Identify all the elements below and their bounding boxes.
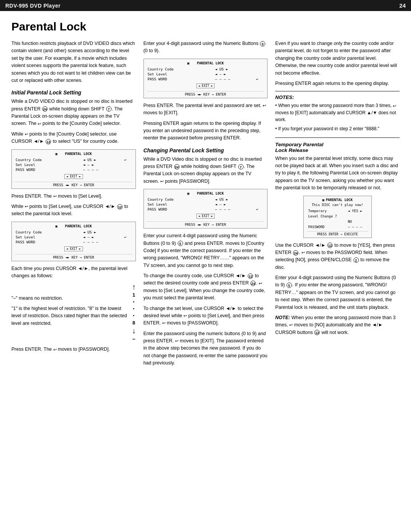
screen1-footer: PRESS ◄► KEY → ENTER [15, 182, 132, 187]
table-row: Country Code ◄ US ► [147, 67, 264, 72]
main-columns: This function restricts playback of DVD … [11, 40, 400, 370]
level-dash: – [132, 336, 135, 342]
circle-2: 2 [354, 257, 359, 263]
page-content: Parental Lock This function restricts pl… [0, 11, 411, 382]
enter-arrow-icon6: ↩ [263, 102, 266, 109]
ss-row3-label [307, 219, 346, 224]
circle-12c: 12 [248, 273, 253, 279]
screen3-footer: PRESS ◄► KEY → ENTER [147, 91, 264, 96]
screen4-table: Country Code ◄ US ► Set Level ◄ — ► PASS… [147, 197, 264, 212]
screen2-row1-input: ◄ US ► [82, 230, 123, 235]
table-row: NO [307, 219, 368, 224]
left-column: This function restricts playback of DVD … [11, 40, 136, 356]
enter-arrow-icon14: ↩ [289, 322, 293, 328]
small-screen-icon: ▣ [322, 198, 324, 202]
screen4-row3-arrow: ↩ [255, 207, 264, 212]
screen1-table: Country Code ◄ US ► ↩ Set Level ◄ — ► PA… [15, 157, 132, 172]
screen4-exit-row: ◄ EXIT ► [147, 213, 264, 219]
ss-row4-label: PASSWORD [307, 225, 346, 229]
mid-p2: Pressing ENTER again returns to the open… [143, 120, 268, 142]
enter-arrow-icon10: ↩ [162, 320, 166, 326]
mid-column: Enter your 4-digit password using the Nu… [143, 40, 268, 370]
section2-p5: Enter the password using the numeric but… [143, 330, 268, 367]
section2-p1: While a DVD Video disc is stopped or no … [143, 156, 268, 185]
screen2-title: PARENTAL LOCK [65, 224, 92, 228]
ss-row3-value: NO [347, 219, 368, 224]
circle-12a: 12 [46, 139, 51, 144]
screen2-footer: PRESS ◄► KEY → ENTER [15, 254, 132, 259]
section1-heading: Initial Parental Lock Setting [11, 89, 136, 96]
section1-p4: While ↩ points to [Set Level], use CURSO… [11, 203, 136, 218]
screen4-icon: ▣ [187, 192, 189, 195]
screen1-row1-input: ◄ US ► [82, 157, 123, 162]
small-screen-footer: PRESS ENTER → EXECUTE [307, 231, 368, 236]
table-row: Level Change ? [307, 214, 368, 219]
screen3-row1-input: ◄ US ► [214, 67, 255, 72]
circle-24c: 24 [250, 281, 256, 286]
notes-title: NOTES: [275, 94, 400, 100]
ss-row2-label: Level Change ? [307, 214, 346, 219]
arrow-down-icon: ↓ [132, 326, 136, 335]
circle-24b: 24 [174, 164, 180, 169]
enter-arrow-icon2: ↩ [25, 131, 28, 137]
screen4-header: ▣ PARENTAL LOCK [147, 192, 264, 195]
table-row: Set Level ◄ — ► [147, 202, 264, 207]
table-row: PASS WORD — — — — [15, 240, 132, 244]
screen-mockup-4: ▣ PARENTAL LOCK Country Code ◄ US ► Set … [143, 189, 268, 228]
screen-mockup-1: ▣ PARENTAL LOCK Country Code ◄ US ► ↩ Se… [11, 149, 136, 189]
level-num-8: 8 [132, 320, 135, 326]
ss-row4-value: — — — — [347, 225, 368, 229]
screen3-row3-arrow: ↩ [255, 77, 264, 81]
screen1-exit-btn: ◄ EXIT ► [64, 174, 83, 179]
small-screen-header: ▣ PARENTAL LOCK [307, 198, 368, 202]
small-screen-line1: This DISC can't play now! [307, 203, 368, 207]
enter-arrow-icon5: ↩ [53, 347, 57, 353]
section3-p3: Enter your 4-digit password using the Nu… [275, 274, 400, 311]
screen1-title: PARENTAL LOCK [65, 152, 92, 156]
screen3-row1-label: Country Code [147, 67, 214, 72]
enter-arrow-icon3: ↩ [53, 193, 57, 200]
section2-p4: To change the set level, use CURSOR ◄/► … [143, 305, 268, 327]
screen1-row1-label: Country Code [15, 157, 82, 162]
level-num-1: 1 [132, 292, 135, 298]
ss-row1-value: ◄ YES ► [347, 209, 368, 213]
table-row: PASSWORD — — — — [307, 225, 368, 229]
screen2-row1-label: Country Code [15, 230, 82, 235]
section1-p2: While ↩ points to the [Country Code] sel… [11, 131, 136, 145]
table-row: Set Level ◄ — ► ↩ [15, 235, 132, 240]
table-row: Set Level ◄ — ► [147, 72, 264, 77]
level-diagram: "–" means no restriction. "1" is the hig… [11, 283, 136, 342]
screen2-table: Country Code ◄ US ► Set Level ◄ — ► ↩ PA… [15, 230, 132, 244]
circle-7: 7 [106, 106, 112, 112]
mid-intro: Enter your 4-digit password using the Nu… [143, 40, 268, 55]
level-dots: ··· [133, 299, 135, 319]
screen1-header: ▣ PARENTAL LOCK [15, 152, 132, 156]
small-screen-table: Temporary ◄ YES ► Level Change ? NO PASS… [307, 208, 368, 230]
screen2-row2-arrow: ↩ [123, 235, 132, 240]
screen3-header: ▣ PARENTAL LOCK [147, 61, 264, 65]
screen1-row3-input: — — — — [82, 167, 123, 172]
screen-mockup-3: ▣ PARENTAL LOCK Country Code ◄ US ► Set … [143, 59, 268, 98]
model-name: RDV-995 DVD Player [5, 3, 61, 9]
section3-heading: Temporary ParentalLock Release [275, 142, 400, 153]
level-arrows: ↑ 1 ··· 8 ↓ – [132, 283, 136, 342]
table-row: Country Code ◄ US ► [15, 230, 132, 235]
screen1-icon: ▣ [55, 152, 57, 156]
note2: • If you forget your password in step 2 … [275, 125, 400, 133]
screen3-table: Country Code ◄ US ► Set Level ◄ — ► PASS… [147, 67, 264, 81]
section1-p6: Press ENTER. The ↩ moves to [PASSWORD]. [11, 346, 136, 353]
table-row: PASS WORD — — — — ↩ [147, 207, 264, 212]
page-title: Parental Lock [11, 20, 400, 33]
screen2-row2-label: Set Level [15, 235, 82, 240]
ss-row2-value [347, 214, 368, 219]
section2-heading: Changing Parental Lock Setting [143, 147, 268, 153]
mid-p1: Press ENTER. The parental level and pass… [143, 102, 268, 117]
small-screen-title: PARENTAL LOCK [326, 198, 352, 202]
ss-row1-label: Temporary [307, 209, 346, 213]
circle-5a: 5 [260, 41, 265, 46]
screen3-icon: ▣ [187, 61, 189, 65]
section2-p2: Enter your current 4-digit password usin… [143, 232, 268, 269]
table-row: Temporary ◄ YES ► [307, 209, 368, 213]
arrow-up-icon: ↑ [132, 283, 136, 291]
header-title: RDV-995 DVD Player [5, 3, 61, 9]
